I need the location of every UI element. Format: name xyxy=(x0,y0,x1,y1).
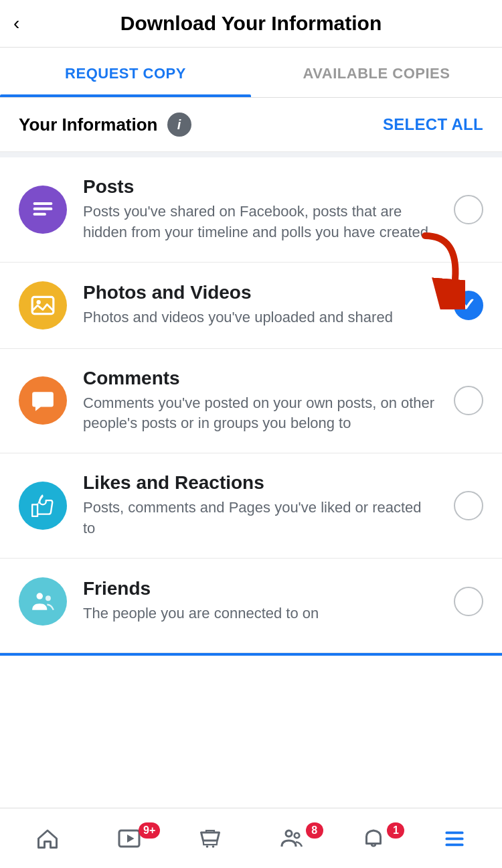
svg-marker-9 xyxy=(127,835,135,843)
tab-available-copies[interactable]: AVAILABLE COPIES xyxy=(251,48,502,97)
friends-desc: The people you are connected to on xyxy=(83,603,438,624)
svg-point-5 xyxy=(37,300,41,304)
select-all-button[interactable]: SELECT ALL xyxy=(383,115,483,134)
likes-desc: Posts, comments and Pages you've liked o… xyxy=(83,498,438,539)
section-header: Your Information i SELECT ALL xyxy=(0,98,502,152)
likes-checkbox[interactable] xyxy=(454,491,483,520)
list-item: Photos and Videos Photos and videos you'… xyxy=(0,263,502,349)
photos-title: Photos and Videos xyxy=(83,282,438,303)
section-header-left: Your Information i xyxy=(19,113,191,137)
likes-icon xyxy=(19,482,67,530)
nav-home[interactable] xyxy=(7,826,88,851)
tab-request-copy[interactable]: REQUEST COPY xyxy=(0,48,251,97)
nav-menu[interactable] xyxy=(414,826,495,851)
posts-title: Posts xyxy=(83,176,438,198)
photos-content: Photos and Videos Photos and videos you'… xyxy=(83,282,438,328)
list-item: Likes and Reactions Posts, comments and … xyxy=(0,453,502,559)
comments-desc: Comments you've posted on your own posts… xyxy=(83,393,438,435)
groups-icon xyxy=(280,826,304,851)
friends-content: Friends The people you are connected to … xyxy=(83,578,438,624)
photos-desc: Photos and videos you've uploaded and sh… xyxy=(83,307,438,328)
comments-title: Comments xyxy=(83,368,438,389)
svg-point-10 xyxy=(206,845,209,848)
friends-icon xyxy=(19,577,67,626)
photos-item-wrapper: Photos and Videos Photos and videos you'… xyxy=(0,263,502,349)
friends-title: Friends xyxy=(83,578,438,599)
likes-title: Likes and Reactions xyxy=(83,472,438,494)
bottom-spacer xyxy=(0,656,502,716)
photos-icon xyxy=(19,281,67,330)
bottom-nav: 9+ 8 1 xyxy=(0,808,502,868)
comments-icon xyxy=(19,376,67,425)
nav-notifications[interactable]: 1 xyxy=(333,826,414,851)
svg-rect-14 xyxy=(446,831,464,834)
friends-checkbox[interactable] xyxy=(454,587,483,616)
svg-point-6 xyxy=(37,593,44,599)
tab-bar: REQUEST COPY AVAILABLE COPIES xyxy=(0,48,502,98)
back-button[interactable]: ‹ xyxy=(13,13,19,34)
header: ‹ Download Your Information xyxy=(0,0,502,48)
list-item: Comments Comments you've posted on your … xyxy=(0,349,502,454)
section-divider xyxy=(0,152,502,157)
svg-rect-2 xyxy=(33,213,46,216)
posts-content: Posts Posts you've shared on Facebook, p… xyxy=(83,176,438,243)
watch-icon xyxy=(117,826,141,851)
svg-point-13 xyxy=(295,833,300,838)
info-icon[interactable]: i xyxy=(167,113,191,137)
comments-content: Comments Comments you've posted on your … xyxy=(83,368,438,435)
groups-badge: 8 xyxy=(306,822,323,839)
menu-icon xyxy=(442,826,467,851)
photos-checkbox[interactable] xyxy=(454,291,483,320)
notifications-badge: 1 xyxy=(387,822,404,839)
likes-content: Likes and Reactions Posts, comments and … xyxy=(83,472,438,539)
nav-watch[interactable]: 9+ xyxy=(88,826,170,851)
svg-rect-1 xyxy=(33,208,53,210)
svg-point-12 xyxy=(286,830,292,837)
bell-icon xyxy=(361,826,386,851)
comments-checkbox[interactable] xyxy=(454,386,483,415)
posts-checkbox[interactable] xyxy=(454,195,483,224)
posts-icon xyxy=(19,186,67,234)
nav-groups[interactable]: 8 xyxy=(251,826,333,851)
svg-rect-16 xyxy=(446,843,464,846)
list-item: Posts Posts you've shared on Facebook, p… xyxy=(0,157,502,263)
svg-rect-15 xyxy=(446,837,464,840)
list-item: Friends The people you are connected to … xyxy=(0,559,502,653)
svg-rect-0 xyxy=(33,202,53,205)
watch-badge: 9+ xyxy=(139,822,160,839)
nav-marketplace[interactable] xyxy=(169,826,251,851)
svg-point-7 xyxy=(46,595,51,601)
section-title: Your Information xyxy=(19,115,158,135)
svg-rect-4 xyxy=(32,297,54,313)
marketplace-icon xyxy=(198,826,222,851)
home-icon xyxy=(35,826,60,851)
svg-point-11 xyxy=(212,845,215,848)
page-title: Download Your Information xyxy=(120,12,382,35)
posts-desc: Posts you've shared on Facebook, posts t… xyxy=(83,202,438,243)
